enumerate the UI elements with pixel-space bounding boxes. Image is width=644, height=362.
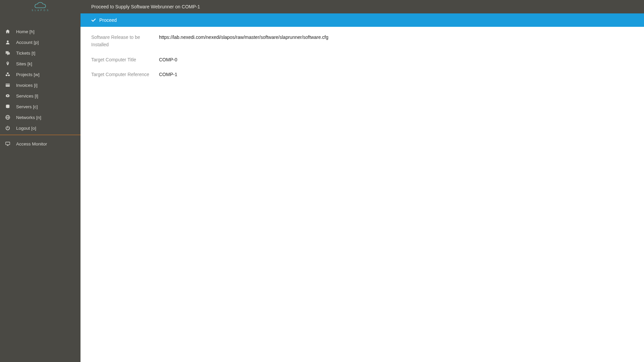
database-icon [5,104,16,109]
sidebar-item-label: Home [h] [16,29,35,34]
field-value: https://lab.nexedi.com/nexedi/slapos/raw… [156,34,328,41]
sidebar-item-services[interactable]: Services [l] [0,90,80,101]
user-icon [5,40,16,45]
sidebar-item-label: Services [l] [16,94,38,99]
sidebar-item-account[interactable]: Account [p] [0,37,80,48]
proceed-button[interactable]: Proceed [91,17,117,23]
field-label: Software Release to be Installed [91,34,156,49]
header-bar: Proceed to Supply Software Webrunner on … [80,0,644,13]
gears-icon [5,94,16,98]
sidebar-item-tickets[interactable]: Tickets [t] [0,48,80,58]
sidebar: S L A P O S Home [h] Account [p] Tickets… [0,0,80,362]
action-bar: Proceed [80,13,644,27]
main-content: Proceed to Supply Software Webrunner on … [80,0,644,362]
field-value: COMP-1 [156,71,177,78]
field-label: Target Computer Title [91,56,156,63]
field-label: Target Computer Reference [91,71,156,78]
sidebar-item-invoices[interactable]: Invoices [i] [0,80,80,90]
sidebar-item-label: Access Monitor [16,141,47,146]
sidebar-item-logout[interactable]: Logout [o] [0,123,80,133]
sidebar-item-label: Networks [n] [16,115,41,120]
brand-logo[interactable]: S L A P O S [0,0,80,13]
sidebar-divider [0,135,80,135]
globe-icon [5,115,16,120]
svg-point-1 [7,41,8,42]
slapos-logo-icon: S L A P O S [24,1,56,12]
field-value: COMP-0 [156,56,177,63]
svg-rect-3 [6,84,10,85]
chat-icon [5,51,16,55]
content-panel: Software Release to be Installed https:/… [80,27,644,362]
sidebar-item-networks[interactable]: Networks [n] [0,112,80,123]
map-marker-icon [5,61,16,66]
credit-card-icon [5,83,16,87]
sidebar-item-label: Logout [o] [16,126,36,131]
home-icon [5,29,16,34]
sidebar-item-label: Projects [w] [16,72,40,77]
svg-rect-8 [6,142,10,145]
field-software-release: Software Release to be Installed https:/… [91,34,633,49]
sidebar-item-label: Account [p] [16,40,39,45]
sidebar-item-label: Tickets [t] [16,51,35,56]
svg-text:S L A P O S: S L A P O S [32,9,49,11]
monitor-icon [5,141,16,146]
sidebar-item-home[interactable]: Home [h] [0,26,80,37]
field-target-computer-reference: Target Computer Reference COMP-1 [91,71,633,78]
sidebar-item-label: Servers [c] [16,104,38,109]
check-icon [91,18,96,22]
page-title: Proceed to Supply Software Webrunner on … [91,4,200,9]
cubes-icon [5,72,16,77]
field-target-computer-title: Target Computer Title COMP-0 [91,56,633,63]
sidebar-item-label: Invoices [i] [16,83,38,88]
sidebar-item-sites[interactable]: Sites [k] [0,58,80,69]
sidebar-item-access-monitor[interactable]: Access Monitor [0,138,80,149]
sidebar-nav: Home [h] Account [p] Tickets [t] Sites [… [0,13,80,149]
sidebar-item-label: Sites [k] [16,61,32,66]
sidebar-item-servers[interactable]: Servers [c] [0,101,80,112]
power-icon [5,126,16,130]
sidebar-item-projects[interactable]: Projects [w] [0,69,80,80]
proceed-button-label: Proceed [99,17,117,23]
